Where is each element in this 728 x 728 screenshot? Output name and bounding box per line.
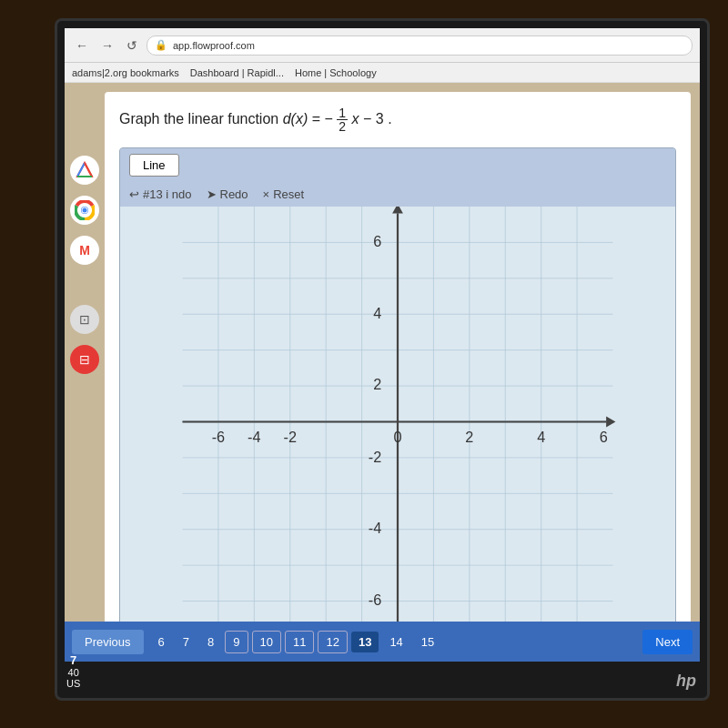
- refresh-button[interactable]: ↺: [123, 36, 141, 55]
- svg-text:0: 0: [393, 429, 401, 445]
- forward-button[interactable]: →: [97, 36, 117, 55]
- back-button[interactable]: ←: [72, 36, 92, 55]
- bookmark-3[interactable]: Home | Schoology: [295, 67, 377, 78]
- screenshot-icon[interactable]: ⊡: [70, 305, 99, 334]
- variable: x: [352, 111, 359, 126]
- content-area: M ⊡ ⊟ Graph the linear function d(x) = −…: [65, 83, 700, 662]
- undo-icon: ↩: [129, 187, 139, 201]
- page-14[interactable]: 14: [382, 632, 410, 652]
- svg-text:-4: -4: [369, 520, 381, 536]
- hp-logo: hp: [676, 672, 696, 691]
- locale-indicator: US: [66, 678, 80, 689]
- page-15[interactable]: 15: [414, 632, 441, 652]
- tool-header: Line: [120, 148, 675, 182]
- page-9[interactable]: 9: [225, 631, 248, 653]
- svg-line-3: [85, 163, 92, 177]
- fraction-denominator: 2: [337, 120, 348, 133]
- bookmark-1[interactable]: adams|2.org bookmarks: [72, 67, 179, 78]
- bottom-navigation: Previous 6 7 8 9 10 11 12 13 14 15 Next: [105, 622, 691, 652]
- redo-label: Redo: [220, 187, 248, 201]
- svg-text:6: 6: [373, 233, 381, 249]
- line-button[interactable]: Line: [129, 154, 179, 177]
- clock-minute: 40: [66, 667, 80, 678]
- svg-text:-2: -2: [284, 429, 297, 445]
- clock-hour: 7: [66, 653, 80, 667]
- svg-text:-6: -6: [369, 592, 381, 608]
- graph-area[interactable]: -6 -4 -2 0 2 4 6 6 4 2 -2 -4: [120, 207, 675, 637]
- gmail-icon[interactable]: M: [70, 236, 99, 265]
- svg-line-2: [77, 163, 85, 177]
- files-icon[interactable]: ⊟: [70, 345, 99, 374]
- next-button[interactable]: Next: [642, 630, 691, 653]
- page-10[interactable]: 10: [252, 631, 281, 653]
- reset-icon: ×: [263, 187, 270, 201]
- svg-text:-2: -2: [369, 449, 381, 465]
- page-13-current[interactable]: 13: [351, 632, 379, 652]
- page-6[interactable]: 6: [151, 632, 172, 652]
- reset-item[interactable]: × Reset: [263, 187, 305, 201]
- clock: 7 40 US: [66, 653, 80, 689]
- page-11[interactable]: 11: [285, 631, 314, 653]
- svg-point-8: [83, 208, 87, 213]
- redo-icon: ➤: [207, 187, 217, 201]
- fraction-numerator: 1: [337, 106, 348, 120]
- monitor: ← → ↺ 🔒 app.flowproof.com adams|2.org bo…: [55, 18, 710, 701]
- reset-label: Reset: [273, 187, 304, 201]
- page-8[interactable]: 8: [200, 632, 221, 652]
- address-bar[interactable]: 🔒 app.flowproof.com: [147, 35, 693, 56]
- equation-symbol: = −: [312, 111, 333, 126]
- page-12[interactable]: 12: [318, 631, 347, 653]
- svg-text:-4: -4: [248, 429, 260, 445]
- question-text: Graph the linear function d(x) = − 1 2 x…: [119, 106, 676, 133]
- svg-marker-0: [77, 163, 92, 177]
- redo-item[interactable]: ➤ Redo: [207, 187, 248, 201]
- toolbar: ↩ #13 i ndo ➤ Redo × Reset: [120, 182, 675, 207]
- constant: − 3: [363, 111, 384, 126]
- bookmark-2[interactable]: Dashboard | Rapidl...: [190, 67, 284, 78]
- svg-text:2: 2: [373, 376, 381, 392]
- svg-text:2: 2: [465, 429, 473, 445]
- period: .: [388, 111, 391, 126]
- bookmarks-bar: adams|2.org bookmarks Dashboard | Rapidl…: [65, 63, 700, 83]
- drive-icon[interactable]: [70, 156, 99, 185]
- undo-label: #13 i ndo: [143, 187, 192, 201]
- previous-button[interactable]: Previous: [105, 630, 144, 653]
- svg-text:6: 6: [600, 429, 608, 445]
- question-prefix: Graph the linear function: [119, 111, 283, 126]
- graph-tool: Line ↩ #13 i ndo ➤ Redo ×: [119, 147, 676, 638]
- page-content: Graph the linear function d(x) = − 1 2 x…: [105, 92, 691, 652]
- svg-text:4: 4: [537, 429, 545, 445]
- svg-marker-1: [77, 163, 92, 177]
- graph-svg: -6 -4 -2 0 2 4 6 6 4 2 -2 -4: [120, 207, 675, 637]
- screen: ← → ↺ 🔒 app.flowproof.com adams|2.org bo…: [65, 28, 700, 662]
- svg-text:4: 4: [373, 305, 381, 321]
- function-name: d(x): [283, 111, 308, 126]
- fraction: 1 2: [337, 106, 348, 133]
- browser-chrome: ← → ↺ 🔒 app.flowproof.com: [65, 28, 700, 63]
- page-7[interactable]: 7: [176, 632, 197, 652]
- svg-text:-6: -6: [212, 429, 225, 445]
- chrome-icon[interactable]: [70, 196, 99, 225]
- undo-item[interactable]: ↩ #13 i ndo: [129, 187, 192, 201]
- taskbar: M ⊡ ⊟: [65, 83, 105, 662]
